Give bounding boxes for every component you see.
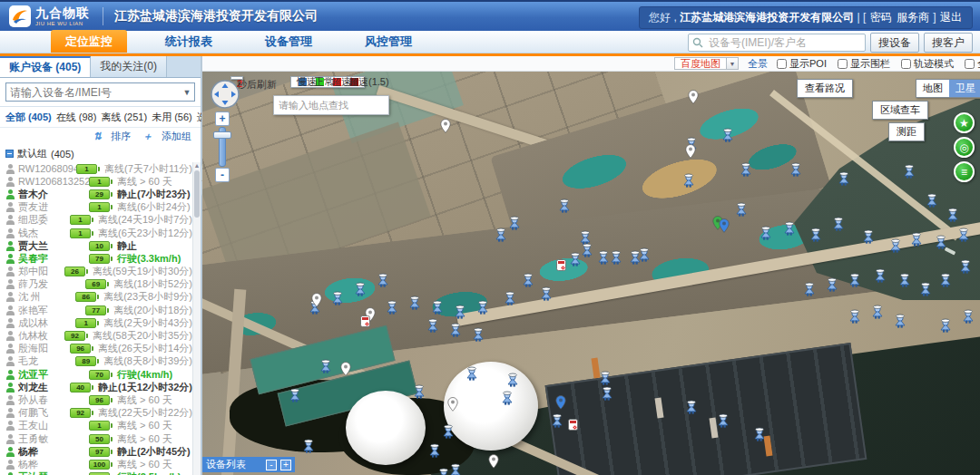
device-row[interactable]: 毛龙89离线(8天8小时39分) <box>0 355 192 368</box>
map-pan-control[interactable] <box>210 79 240 110</box>
nav-tab[interactable]: 统计报表 <box>151 30 227 53</box>
device-filter[interactable]: 离线 (251) <box>101 111 147 122</box>
nav-tab[interactable]: 设备管理 <box>250 30 327 53</box>
provider-link[interactable]: 服务商 <box>897 11 929 24</box>
device-row[interactable]: 杨桦100离线 > 60 天 <box>0 458 192 470</box>
device-row[interactable]: RW12068094731离线(7天7小时11分) <box>0 162 192 175</box>
checkbox[interactable] <box>965 59 975 69</box>
global-search-input[interactable] <box>688 34 866 52</box>
person-icon <box>6 344 15 354</box>
measure-button[interactable]: 测距 <box>888 122 925 141</box>
traffic-button[interactable]: 查看路况 <box>797 79 853 98</box>
device-row[interactable]: 何鹏飞92离线(22天5小时22分) <box>0 407 192 420</box>
group-header[interactable]: 默认组 (405) <box>0 145 201 162</box>
device-filter[interactable]: 未用 (56) <box>152 111 192 122</box>
checkbox[interactable] <box>838 59 848 69</box>
person-icon <box>6 292 15 302</box>
device-status: 离线(23天8小时9分) <box>103 290 192 304</box>
device-row[interactable]: 郑中阳26离线(59天19小时30分) <box>0 266 192 278</box>
search-device-button[interactable]: 搜设备 <box>870 33 919 53</box>
scrollbar-thumb[interactable] <box>194 170 200 218</box>
user-name: 江苏盐城港滨海港投资开发有限公司 <box>680 11 854 24</box>
device-row[interactable]: 王汝琴75行驶(2.5km/h) <box>0 471 192 475</box>
map-type-satellite[interactable]: 卫星 <box>949 80 980 97</box>
device-row[interactable]: 杨桦97静止(2小时45分) <box>0 445 192 458</box>
chevron-down-icon[interactable]: ▼ <box>180 88 194 97</box>
panorama-link[interactable]: 全景 <box>748 57 768 71</box>
device-bar-collapse-button[interactable]: - <box>266 460 277 470</box>
device-name: 郑中阳 <box>18 265 64 278</box>
device-search-input[interactable] <box>6 86 180 99</box>
battery-icon: 1 <box>70 215 91 225</box>
region-search-button[interactable]: 区域查车 <box>872 101 928 120</box>
device-name: 普木介 <box>18 188 89 201</box>
device-list-bar[interactable]: 设备列表 - + <box>202 457 295 472</box>
group-expand-icon[interactable] <box>5 150 14 158</box>
zoom-slider-handle[interactable] <box>213 131 231 139</box>
device-row[interactable]: 沈亚平70行驶(4km/h) <box>0 368 192 381</box>
favorites-tool-button[interactable]: ★ <box>954 112 975 133</box>
device-row[interactable]: 王友山1离线 > 60 天 <box>0 420 192 432</box>
password-link[interactable]: 密码 <box>870 11 892 24</box>
device-row[interactable]: 王勇敏50离线 > 60 天 <box>0 432 192 445</box>
device-status: 离线(24天19小时7分) <box>98 213 192 227</box>
device-status: 静止(2小时45分) <box>117 445 191 459</box>
legend-item: 慢速 <box>297 78 307 86</box>
logout-link[interactable]: 退出 <box>940 11 962 24</box>
checkbox[interactable] <box>777 59 787 69</box>
zoom-in-button[interactable]: + <box>215 111 230 126</box>
map-type-toggle[interactable]: 地图 卫星 <box>916 79 980 98</box>
device-row[interactable]: 殷海阳96离线(26天5小时14分) <box>0 343 192 355</box>
device-row[interactable]: 张艳军77离线(20小时18分) <box>0 304 192 316</box>
list-tool-button[interactable]: ≡ <box>954 161 975 182</box>
person-icon <box>6 434 15 444</box>
app-window: 九合物联 JIU HE WU LIAN 江苏盐城港滨海港投资开发有限公司 您好 … <box>0 0 980 475</box>
device-name: 殷海阳 <box>18 342 70 355</box>
battery-icon: 79 <box>89 254 110 264</box>
sidebar-scrollbar[interactable]: ▲ <box>192 162 201 475</box>
zoom-out-button[interactable]: - <box>215 168 230 182</box>
map-canvas[interactable]: + - 2 秒后刷新 慢速正常超速超速(1.5) 查看路况 地图 卫星 区域查车… <box>202 72 980 475</box>
place-search-input[interactable] <box>274 96 388 114</box>
add-group-link[interactable]: ＋添加组 <box>142 131 191 141</box>
device-row[interactable]: 薛乃发69离线(18小时52分) <box>0 278 192 291</box>
device-status: 离线 > 60 天 <box>117 419 172 432</box>
nav-tab[interactable]: 定位监控 <box>51 30 127 53</box>
map-type-map[interactable]: 地图 <box>916 80 949 97</box>
map-source-select[interactable]: 百度地图 ▼ <box>674 57 739 70</box>
tab-my-follow[interactable]: 我的关注(0) <box>91 56 167 77</box>
person-icon <box>6 331 15 341</box>
device-row[interactable]: 贾大兰10静止 <box>0 239 192 252</box>
legend-item: 超速 <box>331 78 341 86</box>
sort-link[interactable]: ⇅排序 <box>93 131 131 141</box>
device-row[interactable]: 贾友进1离线(6小时24分) <box>0 201 192 214</box>
nav-tab[interactable]: 风控管理 <box>350 30 426 53</box>
device-status: 离线 > 60 天 <box>117 175 172 189</box>
device-row[interactable]: 细思委1离线(24天19小时7分) <box>0 214 192 227</box>
tab-account-devices[interactable]: 账户设备 (405) <box>0 56 91 77</box>
checkbox[interactable] <box>901 59 911 69</box>
person-icon <box>6 356 15 366</box>
device-row[interactable]: 沈 州86离线(23天8小时9分) <box>0 291 192 304</box>
person-icon <box>6 215 15 225</box>
person-icon <box>6 370 15 380</box>
device-status: 行驶(4km/h) <box>117 368 172 382</box>
device-row[interactable]: 孙从春96离线 > 60 天 <box>0 393 192 406</box>
device-row[interactable]: 刘龙生40静止(1天12小时32分) <box>0 381 192 393</box>
device-filter[interactable]: 全部 (405) <box>5 111 52 122</box>
device-row[interactable]: 成以林1离线(2天9小时43分) <box>0 316 192 329</box>
device-row[interactable]: 吴春宇79行驶(3.3km/h) <box>0 252 192 265</box>
device-bar-expand-button[interactable]: + <box>280 460 291 470</box>
device-row[interactable]: 普木介29静止(7小时23分) <box>0 188 192 200</box>
device-filter[interactable]: 在线 (98) <box>56 111 97 122</box>
chevron-down-icon[interactable]: ▼ <box>726 58 738 69</box>
battery-icon: 77 <box>85 305 106 315</box>
device-row[interactable]: 钱杰1离线(6天23小时12分) <box>0 227 192 239</box>
locate-tool-button[interactable]: ◎ <box>954 137 975 158</box>
device-status: 离线 > 60 天 <box>117 458 172 471</box>
device-row[interactable]: RW12068132521离线 > 60 天 <box>0 175 192 188</box>
person-icon <box>6 318 15 328</box>
scroll-up-icon[interactable]: ▲ <box>193 162 201 169</box>
device-row[interactable]: 仇林枚92离线(58天20小时35分) <box>0 329 192 342</box>
search-customer-button[interactable]: 搜客户 <box>924 33 973 53</box>
